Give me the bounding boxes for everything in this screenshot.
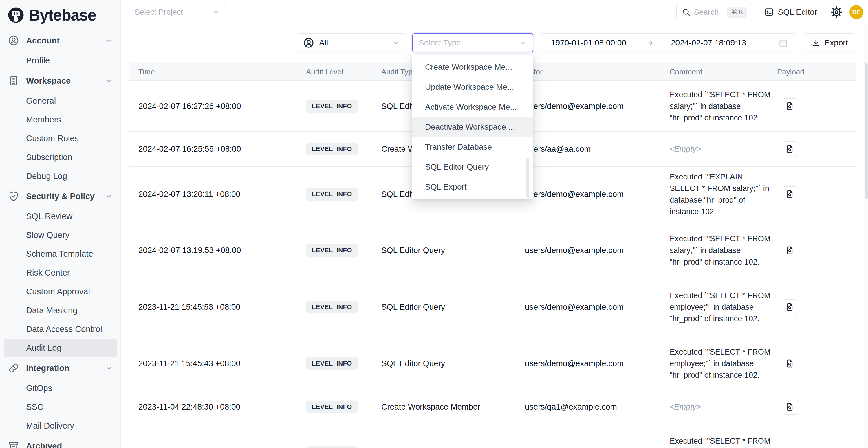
table-row: 2023-11-04 22:48:30 +08:00LEVEL_INFOCrea…: [129, 392, 856, 422]
sidebar-item-sso[interactable]: SSO: [4, 398, 117, 416]
sidebar-item-label: Data Access Control: [26, 324, 102, 334]
actor-filter-select[interactable]: All: [297, 33, 406, 53]
export-button[interactable]: Export: [804, 33, 855, 53]
dropdown-option-label: Update Workspace Me...: [425, 83, 514, 92]
view-payload-button[interactable]: [782, 243, 798, 258]
type-filter-dropdown: Create Workspace Me...Update Workspace M…: [412, 55, 533, 199]
file-search-icon: [785, 359, 795, 368]
column-header-payload: Payload: [777, 67, 856, 76]
dropdown-scrollbar-thumb[interactable]: [526, 158, 529, 198]
user-circle-icon: [8, 35, 20, 46]
sidebar-item-data-access-control[interactable]: Data Access Control: [4, 320, 117, 339]
sidebar-section-label: Integration: [26, 363, 69, 373]
dropdown-option-deactivate-workspace[interactable]: Deactivate Workspace ...: [412, 117, 533, 137]
sidebar-item-custom-roles[interactable]: Custom Roles: [4, 129, 117, 148]
brand-logo[interactable]: Bytebase: [0, 0, 120, 30]
calendar-icon: [778, 38, 788, 48]
sidebar-item-data-masking[interactable]: Data Masking: [4, 301, 117, 320]
chevron-down-icon: [212, 8, 220, 16]
cell-actor: users/demo@example.com: [525, 302, 670, 312]
cell-payload: [777, 356, 856, 371]
settings-button[interactable]: [830, 6, 843, 19]
sidebar-item-slow-query[interactable]: Slow Query: [4, 226, 117, 245]
user-circle-icon: [303, 37, 314, 49]
cell-actor: users/demo@example.com: [525, 359, 670, 368]
sidebar-item-custom-approval[interactable]: Custom Approval: [4, 282, 117, 301]
sidebar-item-members[interactable]: Members: [4, 110, 117, 129]
sidebar-item-sql-review[interactable]: SQL Review: [4, 207, 117, 226]
sql-editor-label: SQL Editor: [778, 7, 817, 17]
app-window: Bytebase AccountProfileWorkspaceGeneralM…: [0, 0, 868, 448]
dropdown-option-label: Transfer Database: [425, 142, 492, 152]
sidebar-item-profile[interactable]: Profile: [4, 51, 117, 70]
view-payload-button[interactable]: [782, 141, 798, 157]
view-payload-button[interactable]: [782, 98, 798, 114]
view-payload-button[interactable]: [782, 445, 798, 448]
cell-actor: users/qa1@example.com: [525, 402, 670, 412]
cell-payload: [777, 399, 856, 415]
sidebar-item-label: Data Masking: [26, 306, 77, 315]
sidebar-item-label: General: [26, 96, 56, 106]
sidebar-item-label: Schema Template: [26, 249, 93, 259]
sidebar-item-label: Slow Query: [26, 230, 69, 240]
sidebar-section-security-policy[interactable]: Security & Policy: [4, 186, 117, 207]
filter-bar: All Select Type 1970-01-01 08:00:00 2024…: [121, 33, 868, 53]
sidebar-item-mail-delivery[interactable]: Mail Delivery: [4, 416, 117, 435]
sidebar-section-archived[interactable]: Archived: [4, 435, 117, 448]
sidebar-section-label: Workspace: [26, 76, 71, 86]
sidebar-section-integration[interactable]: Integration: [4, 357, 117, 379]
project-select[interactable]: Select Project: [129, 4, 226, 20]
date-to-value: 2024-02-07 18:09:13: [671, 38, 746, 47]
sql-editor-button[interactable]: SQL Editor: [758, 4, 824, 20]
audit-level-badge: LEVEL_INFO: [306, 143, 358, 155]
sidebar-item-audit-log[interactable]: Audit Log: [4, 339, 117, 357]
dropdown-option-transfer-database[interactable]: Transfer Database: [412, 137, 533, 157]
cell-actor: users/demo@example.com: [525, 102, 670, 111]
dropdown-option-create-workspace-me[interactable]: Create Workspace Me...: [412, 57, 533, 77]
avatar[interactable]: DE: [849, 5, 863, 19]
view-payload-button[interactable]: [782, 399, 798, 415]
view-payload-button[interactable]: [782, 356, 798, 371]
sidebar-item-schema-template[interactable]: Schema Template: [4, 245, 117, 263]
date-range-picker[interactable]: 1970-01-01 08:00:00 2024-02-07 18:09:13: [540, 33, 796, 53]
comment-text: Executed `"SELECT * FROM salary;"` in da…: [670, 233, 772, 268]
chevron-down-icon: [519, 39, 527, 46]
sidebar-item-debug-log[interactable]: Debug Log: [4, 167, 117, 186]
brand-name: Bytebase: [29, 6, 96, 24]
sidebar-section-workspace[interactable]: Workspace: [4, 70, 117, 91]
chevron-down-icon: [105, 192, 113, 200]
sidebar-item-general[interactable]: General: [4, 91, 117, 110]
actor-filter-value: All: [319, 38, 328, 47]
archive-icon: [8, 440, 20, 448]
sidebar-item-risk-center[interactable]: Risk Center: [4, 263, 117, 282]
gear-icon: [830, 6, 842, 18]
file-search-icon: [785, 402, 795, 412]
type-filter-select[interactable]: Select Type: [412, 33, 533, 53]
dropdown-option-activate-workspace-me[interactable]: Activate Workspace Me...: [412, 97, 533, 117]
file-search-icon: [785, 246, 795, 255]
cell-comment: Executed `"SELECT * FROM salary;"` in da…: [670, 233, 777, 268]
comment-text: Executed `"SELECT * FROM department;"` i…: [670, 435, 772, 448]
bytebase-mascot-icon: [7, 7, 24, 24]
sidebar-item-subscription[interactable]: Subscription: [4, 148, 117, 167]
topbar-actions: Search ⌘ K SQL Editor DE: [676, 4, 863, 20]
search-shortcut-badge: ⌘ K: [727, 7, 747, 18]
page-scrollbar-thumb[interactable]: [865, 63, 868, 199]
search-input[interactable]: Search ⌘ K: [676, 4, 751, 20]
column-header-audit-level: Audit Level: [306, 67, 381, 76]
dropdown-option-update-workspace-me[interactable]: Update Workspace Me...: [412, 77, 533, 97]
cell-actor: users/demo@example.com: [525, 190, 670, 199]
sidebar-item-label: SSO: [26, 402, 44, 412]
dropdown-option-sql-export[interactable]: SQL Export: [412, 177, 533, 197]
cell-payload: [777, 299, 856, 315]
sidebar-section-account[interactable]: Account: [4, 30, 117, 51]
view-payload-button[interactable]: [782, 299, 798, 315]
view-payload-button[interactable]: [782, 186, 798, 202]
dropdown-option-sql-editor-query[interactable]: SQL Editor Query: [412, 157, 533, 177]
link-icon: [8, 362, 20, 374]
cell-comment: Executed `"EXPLAIN SELECT * FROM salary;…: [670, 171, 777, 217]
table-row: 2024-02-07 13:19:53 +08:00LEVEL_INFOSQL …: [129, 222, 856, 279]
sidebar-item-gitops[interactable]: GitOps: [4, 379, 117, 398]
cell-comment: Executed `"SELECT * FROM department;"` i…: [670, 435, 777, 448]
comment-text: Executed `"EXPLAIN SELECT * FROM salary;…: [670, 171, 772, 217]
